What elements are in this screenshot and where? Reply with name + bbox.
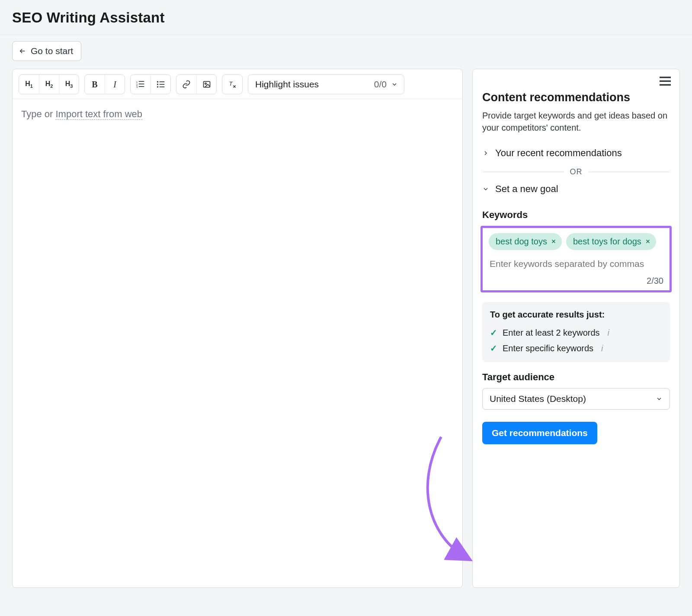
editor-panel: H1 H2 H3 B I 1 2 3 bbox=[12, 69, 463, 588]
h1-button[interactable]: H1 bbox=[19, 75, 39, 94]
keyword-tag: best dog toys bbox=[489, 233, 562, 250]
recommendations-sidebar: Content recommendations Provide target k… bbox=[472, 69, 680, 588]
svg-point-13 bbox=[205, 83, 206, 84]
go-to-start-label: Go to start bbox=[31, 46, 73, 56]
svg-rect-11 bbox=[159, 87, 164, 87]
highlight-issues-count: 0/0 bbox=[374, 79, 387, 90]
tip-text: Enter at least 2 keywords bbox=[503, 328, 600, 338]
keyword-tag-label: best toys for dogs bbox=[573, 237, 641, 247]
svg-rect-12 bbox=[203, 81, 210, 87]
bold-button[interactable]: B bbox=[85, 75, 105, 94]
h2-button[interactable]: H2 bbox=[39, 75, 59, 94]
keywords-input-box: best dog toys best toys for dogs 2/30 bbox=[481, 226, 672, 292]
image-button[interactable] bbox=[196, 75, 216, 94]
recent-recommendations-label: Your recent recommendations bbox=[495, 148, 622, 159]
tip-row: ✓ Enter at least 2 keywords i bbox=[490, 325, 662, 340]
go-to-start-button[interactable]: Go to start bbox=[12, 41, 81, 61]
set-new-goal-label: Set a new goal bbox=[495, 183, 558, 195]
ordered-list-icon: 1 2 3 bbox=[136, 80, 145, 89]
get-recommendations-button[interactable]: Get recommendations bbox=[482, 422, 597, 444]
image-icon bbox=[202, 80, 211, 89]
info-icon[interactable]: i bbox=[605, 328, 609, 338]
h3-button[interactable]: H3 bbox=[59, 75, 79, 94]
italic-icon: I bbox=[113, 80, 116, 90]
keywords-count: 2/30 bbox=[489, 276, 663, 286]
svg-text:3: 3 bbox=[136, 86, 138, 88]
h2-icon: H2 bbox=[45, 80, 53, 89]
tips-box: To get accurate results just: ✓ Enter at… bbox=[482, 302, 670, 362]
svg-rect-10 bbox=[159, 84, 164, 85]
clear-formatting-button[interactable]: T bbox=[222, 75, 242, 94]
page-title: SEO Writing Assistant bbox=[12, 10, 680, 26]
link-icon bbox=[182, 80, 191, 89]
svg-rect-4 bbox=[139, 83, 144, 84]
sidebar-title: Content recommendations bbox=[482, 91, 670, 104]
info-icon[interactable]: i bbox=[599, 343, 603, 353]
keywords-heading: Keywords bbox=[482, 209, 670, 221]
svg-text:T: T bbox=[229, 80, 233, 87]
chevron-down-icon bbox=[656, 395, 663, 402]
svg-rect-16 bbox=[660, 80, 671, 82]
svg-rect-9 bbox=[159, 81, 164, 82]
svg-point-6 bbox=[157, 81, 158, 83]
heading-group: H1 H2 H3 bbox=[19, 74, 79, 94]
audience-heading: Target audience bbox=[482, 372, 670, 383]
arrow-left-icon bbox=[19, 47, 26, 55]
svg-rect-5 bbox=[139, 86, 144, 87]
link-button[interactable] bbox=[176, 75, 196, 94]
svg-point-8 bbox=[157, 86, 158, 87]
format-group: B I bbox=[84, 74, 125, 94]
editor-toolbar: H1 H2 H3 B I 1 2 3 bbox=[13, 69, 462, 99]
sidebar-description: Provide target keywords and get ideas ba… bbox=[482, 109, 670, 134]
insert-group bbox=[176, 74, 217, 94]
close-icon bbox=[645, 238, 651, 244]
remove-keyword-icon[interactable] bbox=[551, 237, 557, 247]
bold-icon: B bbox=[92, 80, 97, 90]
remove-keyword-icon[interactable] bbox=[645, 237, 651, 247]
target-audience-value: United States (Desktop) bbox=[490, 394, 586, 404]
import-text-link[interactable]: Import text from web bbox=[55, 109, 142, 120]
or-label: OR bbox=[570, 167, 583, 176]
app-header: SEO Writing Assistant bbox=[0, 0, 692, 35]
tips-title: To get accurate results just: bbox=[490, 310, 662, 320]
tip-text: Enter specific keywords bbox=[503, 343, 593, 353]
editor-body[interactable]: Type or Import text from web bbox=[13, 99, 462, 587]
svg-rect-3 bbox=[139, 81, 144, 82]
chevron-down-icon bbox=[482, 186, 489, 192]
chevron-right-icon bbox=[482, 150, 489, 157]
editor-placeholder-prefix: Type or bbox=[21, 109, 55, 119]
highlight-issues-label: Highlight issues bbox=[255, 79, 319, 90]
set-new-goal-toggle[interactable]: Set a new goal bbox=[482, 178, 670, 200]
keyword-tag-label: best dog toys bbox=[496, 237, 547, 247]
clear-group: T bbox=[222, 74, 243, 94]
target-audience-select[interactable]: United States (Desktop) bbox=[482, 388, 670, 410]
or-divider: OR bbox=[482, 167, 670, 176]
list-group: 1 2 3 bbox=[130, 74, 171, 94]
check-icon: ✓ bbox=[490, 327, 497, 338]
work-area: H1 H2 H3 B I 1 2 3 bbox=[0, 69, 692, 600]
unordered-list-button[interactable] bbox=[151, 75, 170, 94]
ordered-list-button[interactable]: 1 2 3 bbox=[131, 75, 151, 94]
tip-row: ✓ Enter specific keywords i bbox=[490, 340, 662, 356]
svg-rect-17 bbox=[660, 84, 671, 86]
unordered-list-icon bbox=[157, 80, 165, 89]
recent-recommendations-toggle[interactable]: Your recent recommendations bbox=[482, 142, 670, 164]
italic-button[interactable]: I bbox=[105, 75, 125, 94]
check-icon: ✓ bbox=[490, 343, 497, 353]
keyword-tag: best toys for dogs bbox=[566, 233, 656, 250]
svg-point-7 bbox=[157, 83, 158, 85]
highlight-issues-select[interactable]: Highlight issues 0/0 bbox=[248, 74, 404, 94]
chevron-down-icon bbox=[391, 81, 398, 88]
keyword-tags: best dog toys best toys for dogs bbox=[489, 233, 663, 250]
close-icon bbox=[551, 238, 557, 244]
keywords-input[interactable] bbox=[489, 256, 663, 272]
clear-formatting-icon: T bbox=[228, 80, 237, 89]
svg-rect-15 bbox=[660, 77, 671, 78]
h1-icon: H1 bbox=[25, 80, 33, 89]
sidebar-menu-icon[interactable] bbox=[660, 76, 671, 86]
sub-toolbar: Go to start bbox=[0, 35, 692, 69]
h3-icon: H3 bbox=[65, 80, 73, 89]
